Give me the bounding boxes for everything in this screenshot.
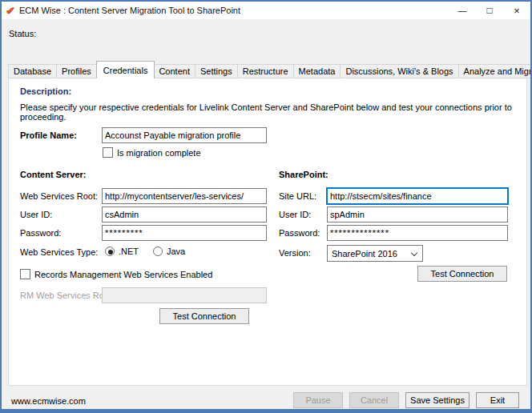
ws-type-dotnet-label: .NET (119, 247, 139, 256)
app-logo-icon: ✔ (6, 5, 14, 17)
profile-name-input[interactable] (102, 127, 267, 143)
sp-password-label: Password: (279, 228, 320, 238)
website-link[interactable]: www.ecmwise.com (11, 396, 86, 406)
minimize-icon[interactable]: — (449, 2, 476, 19)
sp-password-input[interactable] (327, 225, 508, 241)
tab-settings[interactable]: Settings (195, 64, 238, 78)
status-label: Status: (9, 29, 36, 38)
rm-enabled-checkbox[interactable] (20, 269, 30, 279)
cancel-button[interactable]: Cancel (349, 392, 399, 408)
is-migration-complete-checkbox[interactable] (103, 147, 113, 158)
footer-button-bar: Pause Cancel Save Settings Exit (293, 392, 519, 408)
title-bar: ✔ ECM Wise : Content Server Migration To… (2, 2, 530, 19)
description-text: Please specify your respective credentia… (20, 102, 517, 122)
cs-test-connection-button[interactable]: Test Connection (159, 308, 249, 324)
save-settings-button[interactable]: Save Settings (405, 392, 470, 408)
sp-version-value: SharePoint 2016 (332, 249, 397, 259)
rm-enabled-label: Records Management Web Services Enabled (34, 270, 212, 279)
sp-version-label: Version: (279, 248, 311, 258)
ws-type-java-radio[interactable] (153, 247, 163, 256)
chevron-down-icon (411, 250, 417, 256)
ws-type-dotnet-option[interactable]: .NET (105, 247, 139, 256)
cs-password-label: Password: (20, 228, 61, 238)
ws-type-dotnet-radio[interactable] (105, 247, 115, 256)
sp-user-id-input[interactable] (327, 206, 508, 223)
description-heading: Description: (20, 86, 71, 96)
cs-user-id-input[interactable] (102, 206, 267, 223)
rm-root-input (102, 287, 267, 303)
window-title: ECM Wise : Content Server Migration Tool… (19, 6, 240, 15)
credentials-tab-panel: Description: Please specify your respect… (8, 78, 527, 386)
window-controls: — □ × (449, 2, 530, 19)
sp-user-id-label: User ID: (279, 210, 311, 219)
tab-metadata[interactable]: Metadata (294, 64, 341, 78)
cs-web-services-root-label: Web Services Root: (20, 191, 98, 201)
pause-button[interactable]: Pause (293, 392, 343, 408)
sp-site-url-input[interactable] (327, 188, 508, 204)
content-server-heading: Content Server: (20, 170, 87, 179)
ws-type-java-label: Java (167, 247, 185, 256)
ws-type-java-option[interactable]: Java (153, 247, 185, 256)
app-window: ✔ ECM Wise : Content Server Migration To… (0, 0, 532, 413)
cs-web-services-root-input[interactable] (102, 188, 267, 204)
maximize-icon[interactable]: □ (476, 2, 503, 19)
rm-root-label: RM Web Services Root: (20, 291, 114, 300)
cs-web-services-type-label: Web Services Type: (20, 247, 98, 257)
close-icon[interactable]: × (503, 2, 530, 19)
sharepoint-heading: SharePoint: (279, 170, 328, 179)
tab-database[interactable]: Database (8, 64, 57, 78)
cs-password-input[interactable] (102, 225, 267, 241)
sp-site-url-label: Site URL: (279, 191, 316, 201)
exit-button[interactable]: Exit (476, 392, 519, 408)
tab-restructure[interactable]: Restructure (238, 64, 294, 78)
tab-content[interactable]: Content (154, 64, 195, 78)
tab-profiles[interactable]: Profiles (57, 64, 97, 78)
tab-discussions-wikis-blogs[interactable]: Discussions, Wiki's & Blogs (341, 64, 458, 78)
tab-analyze-and-migrate[interactable]: Analyze and Migrate (459, 64, 532, 78)
cs-user-id-label: User ID: (20, 210, 52, 219)
tab-strip: Database Profiles Credentials Content Se… (8, 61, 532, 78)
tab-credentials[interactable]: Credentials (96, 61, 155, 78)
sp-test-connection-button[interactable]: Test Connection (417, 266, 507, 282)
sp-version-dropdown[interactable]: SharePoint 2016 (327, 245, 423, 262)
rm-enabled-row: Records Management Web Services Enabled (20, 269, 212, 279)
is-migration-complete-row: Is migration complete (103, 147, 201, 158)
is-migration-complete-label: Is migration complete (117, 148, 201, 158)
profile-name-label: Profile Name: (20, 130, 77, 140)
